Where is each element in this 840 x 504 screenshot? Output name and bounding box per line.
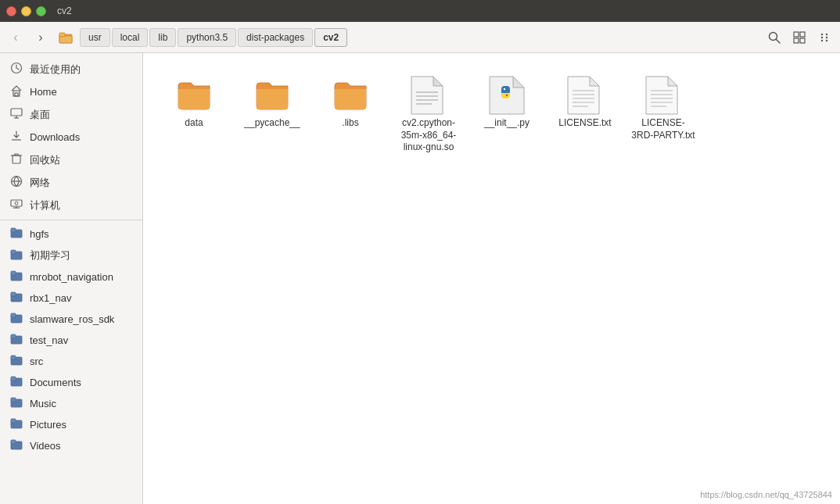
file-item-license3rd[interactable]: LICENSE-3RD-PARTY.txt <box>628 69 698 160</box>
svg-rect-37 <box>11 292 16 296</box>
svg-rect-47 <box>11 398 16 402</box>
file-item-libs[interactable]: .libs <box>315 69 386 160</box>
file-grid: data __pycache__ <box>159 69 824 160</box>
svg-rect-2 <box>59 33 65 37</box>
sidebar: 最近使用的 Home 桌面 Downloads 回收站 <box>0 53 143 504</box>
search-button[interactable] <box>763 27 785 48</box>
sidebar-recent-label: 最近使用的 <box>30 63 81 77</box>
sidebar-item-rbx1-nav[interactable]: rbx1_nav <box>0 288 142 309</box>
network-icon <box>9 175 23 190</box>
svg-point-9 <box>821 33 823 34</box>
file-item-pycache[interactable]: __pycache__ <box>237 69 307 160</box>
sidebar-item-mrobot-navigation[interactable]: mrobot_navigation <box>0 266 142 288</box>
pycache-folder-icon <box>253 75 291 113</box>
svg-rect-22 <box>13 155 20 163</box>
documents-folder-icon <box>9 376 23 389</box>
license3rd-file-icon <box>644 75 682 113</box>
view-grid-button[interactable] <box>788 27 810 48</box>
svg-point-10 <box>826 33 827 34</box>
hgfs-folder-icon <box>9 227 23 241</box>
sidebar-test-nav-label: test_nav <box>30 334 68 346</box>
slamware-folder-icon <box>9 313 23 326</box>
svg-rect-35 <box>11 271 16 275</box>
desktop-icon <box>9 107 23 122</box>
early-learning-folder-icon <box>9 249 23 263</box>
svg-point-13 <box>821 39 823 41</box>
libs-folder-label: .libs <box>342 117 358 130</box>
sidebar-item-early-learning[interactable]: 初期学习 <box>0 245 142 266</box>
breadcrumb-usr[interactable]: usr <box>80 28 110 47</box>
toolbar-right-actions <box>763 27 835 48</box>
sidebar-documents-label: Documents <box>30 377 81 388</box>
src-folder-icon <box>9 355 23 368</box>
pictures-folder-icon <box>9 418 23 431</box>
file-item-init-py[interactable]: __init__.py <box>472 69 542 160</box>
svg-rect-49 <box>11 419 16 423</box>
sidebar-item-home[interactable]: Home <box>0 80 142 103</box>
svg-rect-51 <box>11 440 16 444</box>
init-py-file-icon <box>488 75 526 113</box>
svg-rect-5 <box>794 32 799 37</box>
sidebar-item-network[interactable]: 网络 <box>0 171 142 194</box>
sidebar-network-label: 网络 <box>30 176 50 190</box>
mrobot-folder-icon <box>9 270 23 284</box>
sidebar-home-label: Home <box>30 86 57 98</box>
sidebar-hgfs-label: hgfs <box>30 228 49 240</box>
minimize-button[interactable] <box>21 6 31 16</box>
forward-button[interactable]: › <box>30 27 52 48</box>
sidebar-item-test-nav[interactable]: test_nav <box>0 330 142 351</box>
breadcrumb-lib[interactable]: lib <box>149 28 176 47</box>
svg-point-14 <box>826 39 827 41</box>
file-item-license[interactable]: LICENSE.txt <box>550 69 620 160</box>
svg-rect-6 <box>800 32 805 37</box>
downloads-icon <box>9 130 23 145</box>
rbx1-folder-icon <box>9 291 23 305</box>
status-url: https://blog.csdn.net/qq_43725844 <box>700 490 832 499</box>
home-icon <box>9 84 23 99</box>
svg-point-57 <box>506 95 508 96</box>
svg-rect-41 <box>11 334 16 338</box>
window-title: cv2 <box>57 5 72 16</box>
breadcrumb-dist-packages[interactable]: dist-packages <box>238 28 313 47</box>
back-button[interactable]: ‹ <box>5 27 27 48</box>
pycache-folder-label: __pycache__ <box>244 117 300 130</box>
svg-point-12 <box>826 36 827 38</box>
location-icon-button[interactable] <box>55 27 77 48</box>
sidebar-item-src[interactable]: src <box>0 351 142 372</box>
breadcrumb-local[interactable]: local <box>112 28 149 47</box>
computer-icon <box>9 198 23 213</box>
sidebar-item-downloads[interactable]: Downloads <box>0 126 142 148</box>
maximize-button[interactable] <box>36 6 46 16</box>
file-item-data[interactable]: data <box>159 69 229 160</box>
close-button[interactable] <box>6 6 16 16</box>
sidebar-item-music[interactable]: Music <box>0 393 142 414</box>
breadcrumb-python35[interactable]: python3.5 <box>178 28 236 47</box>
menu-button[interactable] <box>813 27 835 48</box>
sidebar-item-hgfs[interactable]: hgfs <box>0 223 142 245</box>
sidebar-item-recent[interactable]: 最近使用的 <box>0 58 142 80</box>
sidebar-desktop-label: 桌面 <box>30 108 50 122</box>
svg-rect-43 <box>11 356 16 359</box>
sidebar-item-trash[interactable]: 回收站 <box>0 148 142 171</box>
sidebar-item-slamware[interactable]: slamware_ros_sdk <box>0 309 142 330</box>
sidebar-item-computer[interactable]: 计算机 <box>0 194 142 216</box>
sidebar-item-desktop[interactable]: 桌面 <box>0 103 142 126</box>
sidebar-item-pictures[interactable]: Pictures <box>0 414 142 435</box>
trash-icon <box>9 152 23 167</box>
sidebar-item-documents[interactable]: Documents <box>0 372 142 393</box>
sidebar-videos-label: Videos <box>30 440 61 452</box>
data-folder-label: data <box>185 117 203 130</box>
svg-line-4 <box>777 39 781 43</box>
toolbar: ‹ › usr local lib python3.5 dist-package… <box>0 22 840 53</box>
breadcrumb-cv2[interactable]: cv2 <box>314 28 347 47</box>
svg-rect-17 <box>15 93 18 96</box>
file-item-cv2so[interactable]: cv2.cpython-35m-x86_64-linux-gnu.so <box>393 69 464 160</box>
svg-rect-8 <box>800 38 805 43</box>
sidebar-music-label: Music <box>30 398 56 409</box>
svg-rect-39 <box>11 313 16 317</box>
sidebar-downloads-label: Downloads <box>30 131 80 143</box>
sidebar-item-videos[interactable]: Videos <box>0 435 142 456</box>
sidebar-early-learning-label: 初期学习 <box>30 248 70 263</box>
svg-rect-31 <box>11 228 16 232</box>
cv2so-file-icon <box>410 75 447 113</box>
